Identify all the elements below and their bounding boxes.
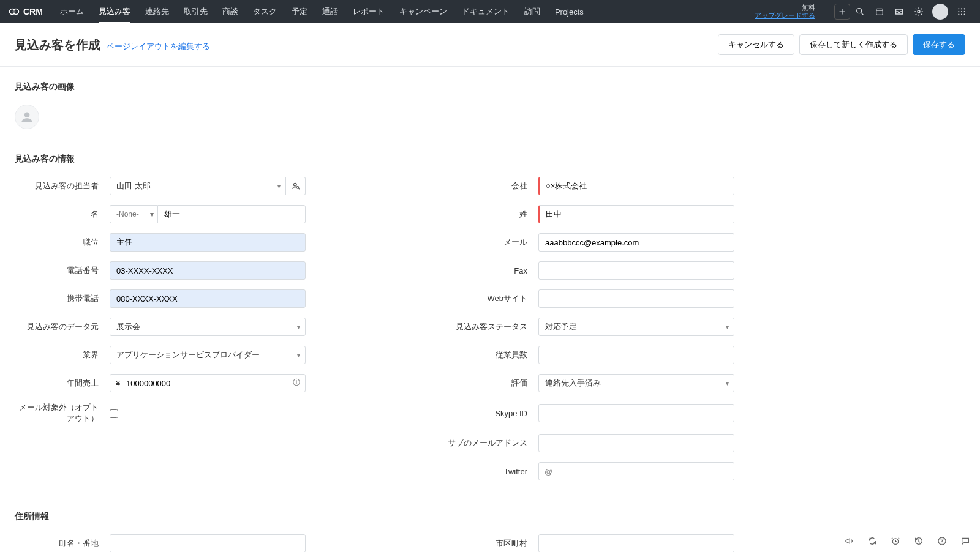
twitter-label: Twitter [443, 467, 538, 476]
nav-campaigns[interactable]: キャンペーン [392, 0, 454, 23]
subemail-input[interactable] [538, 434, 734, 452]
street-label: 町名・番地 [15, 538, 110, 549]
optout-checkbox[interactable] [110, 409, 118, 418]
lastname-input[interactable] [538, 205, 734, 223]
history-icon[interactable] [914, 536, 924, 546]
help-icon[interactable] [937, 536, 947, 546]
calendar-icon[interactable] [870, 2, 889, 21]
owner-label: 見込み客の担当者 [15, 181, 110, 192]
source-value: 展示会 [116, 321, 140, 332]
brand: CRM [9, 6, 43, 17]
nav-accounts[interactable]: 取引先 [176, 0, 215, 23]
nav-contacts[interactable]: 連絡先 [138, 0, 176, 23]
salutation-select[interactable]: -None- ▾ [110, 205, 157, 223]
add-icon[interactable] [834, 4, 850, 20]
svg-point-16 [296, 187, 299, 189]
nav-reports[interactable]: レポート [345, 0, 392, 23]
nav-visits[interactable]: 訪問 [517, 0, 548, 23]
sync-icon[interactable] [867, 536, 877, 546]
nav-leads[interactable]: 見込み客 [91, 0, 138, 23]
separator [829, 6, 829, 18]
svg-rect-3 [876, 9, 883, 15]
chevron-down-icon: ▾ [297, 324, 300, 330]
svg-point-4 [918, 10, 920, 13]
employees-input[interactable] [538, 346, 734, 364]
nav-events[interactable]: 予定 [284, 0, 315, 23]
city-input[interactable] [538, 534, 734, 552]
status-select[interactable]: 対応予定 ▾ [538, 318, 734, 336]
nav-calls[interactable]: 通話 [315, 0, 345, 23]
salutation-value: -None- [116, 210, 139, 218]
gear-icon[interactable] [909, 2, 929, 21]
phone-input[interactable] [110, 261, 306, 280]
source-select[interactable]: 展示会 ▾ [110, 318, 306, 336]
section-address-title: 住所情報 [15, 511, 965, 522]
svg-point-14 [24, 112, 30, 117]
apps-grid-icon[interactable] [952, 2, 971, 21]
at-symbol: @ [545, 467, 552, 476]
alarm-icon[interactable] [891, 536, 900, 546]
owner-lookup-button[interactable] [286, 177, 306, 195]
svg-point-7 [964, 8, 965, 9]
email-label: メール [443, 237, 538, 248]
rating-select[interactable]: 連絡先入手済み ▾ [538, 374, 734, 392]
currency-symbol: ¥ [116, 379, 120, 388]
chevron-down-icon: ▾ [297, 352, 300, 359]
nav-deals[interactable]: 商談 [215, 0, 246, 23]
optout-label: メール対象外（オプトアウト） [15, 402, 110, 424]
svg-point-12 [961, 14, 962, 15]
cancel-button[interactable]: キャンセルする [718, 34, 794, 55]
source-label: 見込み客のデータ元 [15, 321, 110, 332]
edit-layout-link[interactable]: ページレイアウトを編集する [107, 41, 210, 52]
page-title: 見込み客を作成 [15, 37, 100, 53]
owner-select[interactable]: 山田 太郎 ▾ [110, 177, 286, 195]
save-button[interactable]: 保存する [913, 34, 965, 55]
industry-select[interactable]: アプリケーションサービスプロバイダー ▾ [110, 346, 306, 364]
revenue-input[interactable] [110, 374, 306, 392]
bottom-toolbar [833, 529, 980, 552]
chat-icon[interactable] [960, 536, 970, 546]
upgrade-block: 無料 アップグレードする [755, 4, 815, 20]
nav-tasks[interactable]: タスク [246, 0, 284, 23]
announce-icon[interactable] [844, 536, 854, 546]
search-icon[interactable] [850, 2, 870, 21]
city-label: 市区町村 [443, 538, 538, 549]
jobtitle-input[interactable] [110, 233, 306, 252]
svg-point-11 [958, 14, 959, 15]
section-lead-info-title: 見込み客の情報 [15, 154, 965, 165]
skype-label: Skype ID [443, 409, 538, 418]
rating-label: 評価 [443, 378, 538, 389]
status-label: 見込み客ステータス [443, 321, 538, 332]
email-input[interactable] [538, 233, 734, 252]
website-input[interactable] [538, 289, 734, 308]
lead-image-upload[interactable] [15, 105, 39, 129]
company-input[interactable] [538, 177, 734, 195]
brand-icon [9, 6, 20, 17]
fax-label: Fax [443, 266, 538, 275]
industry-value: アプリケーションサービスプロバイダー [116, 349, 260, 360]
svg-point-15 [293, 183, 296, 186]
save-and-new-button[interactable]: 保存して新しく作成する [799, 34, 908, 55]
nav-items: ホーム 見込み客 連絡先 取引先 商談 タスク 予定 通話 レポート キャンペー… [53, 0, 591, 23]
jobtitle-label: 職位 [15, 237, 110, 248]
fax-input[interactable] [538, 261, 734, 280]
skype-input[interactable] [538, 404, 734, 422]
status-value: 対応予定 [545, 321, 577, 332]
nav-documents[interactable]: ドキュメント [454, 0, 517, 23]
street-input[interactable] [110, 534, 306, 552]
upgrade-free-label: 無料 [802, 4, 815, 12]
avatar[interactable] [932, 4, 948, 20]
subemail-label: サブのメールアドレス [443, 438, 538, 449]
person-lookup-icon [292, 182, 300, 190]
nav-home[interactable]: ホーム [53, 0, 91, 23]
mobile-input[interactable] [110, 289, 306, 308]
twitter-input[interactable] [538, 462, 734, 480]
upgrade-link[interactable]: アップグレードする [755, 12, 815, 20]
firstname-label: 名 [15, 209, 110, 220]
svg-point-1 [13, 9, 19, 15]
firstname-input[interactable] [157, 205, 306, 223]
inbox-icon[interactable] [889, 2, 909, 21]
nav-projects[interactable]: Projects [548, 0, 591, 23]
svg-point-2 [857, 9, 862, 13]
brand-text: CRM [23, 7, 43, 17]
